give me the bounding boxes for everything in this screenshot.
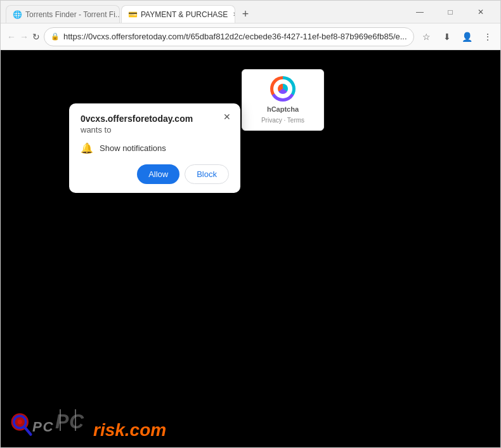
menu-button[interactable]: ⋮ (479, 28, 497, 46)
popup-wants-text: wants to (81, 125, 229, 135)
tab-label-1: Torrents Finder - Torrent Fi... (25, 10, 120, 19)
title-bar: 🌐 Torrents Finder - Torrent Fi... ✕ 💳 PA… (1, 1, 500, 23)
tab-favicon-1: 🌐 (13, 10, 22, 19)
address-text: https://0vcxs.offersforetoday.com/t/65db… (63, 32, 407, 41)
minimize-button[interactable]: — (405, 2, 434, 22)
popup-site-name: 0vcxs.offersforetoday.com (81, 114, 229, 124)
tab-bar: 🌐 Torrents Finder - Torrent Fi... ✕ 💳 PA… (6, 1, 403, 23)
address-input[interactable]: 🔒 https://0vcxs.offersforetoday.com/t/65… (44, 27, 414, 46)
pcrisk-pc-icon: PC (7, 403, 58, 441)
popup-close-button[interactable]: ✕ (220, 110, 234, 124)
reload-button[interactable]: ↻ (32, 28, 40, 46)
tab-torrents-finder[interactable]: 🌐 Torrents Finder - Torrent Fi... ✕ (6, 5, 120, 23)
close-button[interactable]: ✕ (466, 2, 495, 22)
popup-action-buttons: Allow Block (81, 164, 229, 184)
svg-text:C: C (69, 410, 84, 433)
window-controls: — □ ✕ (405, 2, 495, 22)
maximize-button[interactable]: □ (436, 2, 465, 22)
notification-permission-popup: ✕ 0vcxs.offersforetoday.com wants to 🔔 S… (69, 103, 240, 193)
svg-text:P: P (55, 410, 69, 433)
tab-close-2[interactable]: ✕ (233, 10, 235, 20)
hcaptcha-logo-inner (273, 79, 292, 98)
page-content: hCaptcha Privacy · Terms ✕ 0vcxs.offersf… (1, 50, 500, 447)
svg-line-2 (25, 428, 31, 434)
profile-button[interactable]: 👤 (459, 28, 476, 46)
hcaptcha-logo-dot (278, 84, 288, 94)
address-bar: ← → ↻ 🔒 https://0vcxs.offersforetoday.co… (1, 23, 500, 50)
address-bar-actions: ☆ ⬇ 👤 ⋮ (418, 28, 497, 46)
block-button[interactable]: Block (185, 164, 229, 184)
forward-button[interactable]: → (20, 28, 29, 46)
browser-window: 🌐 Torrents Finder - Torrent Fi... ✕ 💳 PA… (0, 0, 501, 448)
svg-text:PC: PC (32, 419, 54, 435)
popup-notification-row: 🔔 Show notifications (81, 142, 229, 154)
bookmark-button[interactable]: ☆ (418, 28, 436, 46)
pcrisk-suffix: risk.com (93, 420, 166, 440)
pcrisk-text-area: P C risk.com (55, 404, 166, 440)
hcaptcha-widget: hCaptcha Privacy · Terms (242, 69, 324, 131)
tab-favicon-2: 💳 (128, 10, 137, 19)
hcaptcha-logo (270, 76, 296, 102)
svg-point-3 (18, 420, 22, 425)
download-button[interactable]: ⬇ (438, 28, 456, 46)
pcrisk-logo: PC P C risk.com (7, 403, 166, 441)
tab-payment[interactable]: 💳 PAYMENT & PURCHASE ✕ (121, 5, 235, 23)
back-button[interactable]: ← (7, 28, 16, 46)
hcaptcha-links: Privacy · Terms (261, 117, 304, 124)
popup-notification-text: Show notifications (100, 143, 166, 153)
lock-icon: 🔒 (51, 32, 60, 41)
bell-icon: 🔔 (81, 142, 93, 154)
tab-label-2: PAYMENT & PURCHASE (141, 10, 228, 19)
allow-button[interactable]: Allow (137, 164, 179, 184)
hcaptcha-label: hCaptcha (267, 105, 299, 113)
new-tab-button[interactable]: + (237, 5, 254, 23)
pcrisk-slash-icon: P C (55, 404, 93, 436)
